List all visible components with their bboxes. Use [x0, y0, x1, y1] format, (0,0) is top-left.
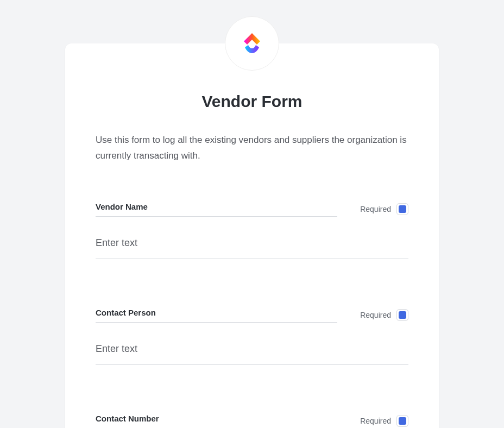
field-label: Contact Person — [96, 308, 156, 317]
required-toggle-on-icon — [399, 417, 406, 425]
required-toggle-on-icon — [399, 311, 406, 319]
field-header: Contact Number Required — [96, 414, 408, 428]
field-label-wrap[interactable]: Vendor Name — [96, 202, 337, 217]
field-label-wrap[interactable]: Contact Person — [96, 308, 337, 323]
field-header: Contact Person Required — [96, 308, 408, 323]
required-wrap: Required — [360, 309, 408, 321]
field-label-wrap[interactable]: Contact Number — [96, 414, 337, 428]
form-title: Vendor Form — [96, 92, 408, 111]
required-toggle[interactable] — [396, 203, 408, 215]
required-toggle[interactable] — [396, 415, 408, 427]
field-label: Vendor Name — [96, 202, 148, 211]
contact-person-input[interactable] — [96, 333, 408, 365]
required-wrap: Required — [360, 415, 408, 427]
field-contact-number: Contact Number Required — [96, 414, 408, 428]
field-contact-person: Contact Person Required — [96, 308, 408, 365]
required-text: Required — [360, 417, 391, 425]
logo-circle — [225, 16, 279, 71]
required-wrap: Required — [360, 203, 408, 215]
field-vendor-name: Vendor Name Required — [96, 202, 408, 259]
required-toggle-on-icon — [399, 205, 406, 213]
required-text: Required — [360, 311, 391, 319]
vendor-name-input[interactable] — [96, 228, 408, 259]
form-card: Vendor Form Use this form to log all the… — [65, 43, 439, 428]
clickup-logo-icon — [238, 30, 266, 57]
form-description: Use this form to log all the existing ve… — [96, 133, 408, 164]
field-header: Vendor Name Required — [96, 202, 408, 217]
required-text: Required — [360, 205, 391, 213]
required-toggle[interactable] — [396, 309, 408, 321]
field-label: Contact Number — [96, 414, 159, 423]
